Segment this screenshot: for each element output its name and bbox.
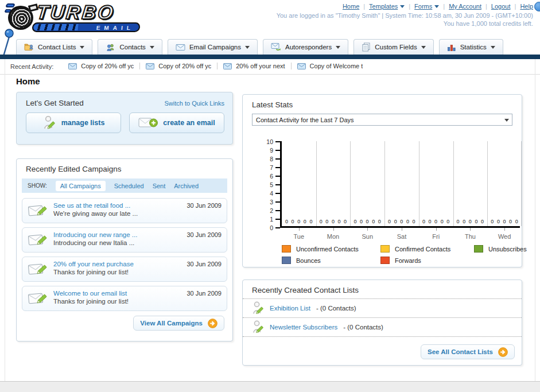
chart-gridline — [384, 141, 385, 226]
campaign-title-link[interactable]: Welcome to our email list — [53, 290, 129, 297]
page-title: Home — [16, 76, 40, 86]
filter-all-campaigns[interactable]: All Campaigns — [56, 181, 106, 191]
header-link-help[interactable]: Help — [520, 3, 533, 10]
campaign-date: 30 Jun 2009 — [187, 231, 222, 238]
see-all-contact-lists-button[interactable]: See All Contact Lists — [421, 344, 515, 359]
header-link-logout[interactable]: Logout — [491, 3, 511, 10]
contact-list-link[interactable]: Newsletter Subscribers — [270, 324, 337, 331]
y-axis-tick — [275, 227, 280, 228]
filter-archived[interactable]: Archived — [174, 183, 199, 189]
recent-activity-item[interactable]: Copy of Welcome tc — [292, 63, 368, 69]
chart-value-label: 0 — [461, 219, 467, 224]
manage-lists-label: manage lists — [61, 119, 105, 127]
chevron-down-icon — [245, 46, 250, 49]
contact-list-link[interactable]: Exhibition List — [270, 305, 310, 312]
create-email-label: create an email — [163, 119, 215, 127]
chart-gridline — [487, 141, 488, 226]
nav-tab-autoresponders[interactable]: Autoresponders — [263, 39, 348, 55]
campaign-title-link[interactable]: Introducing our new range ... — [53, 231, 137, 238]
y-axis-label: 5 — [258, 181, 273, 188]
chart-value-label: 0 — [352, 219, 358, 224]
envelope-icon — [68, 63, 77, 69]
y-axis-label: 8 — [258, 156, 273, 162]
envelope-plus-icon — [138, 117, 158, 129]
switch-quick-links-link[interactable]: Switch to Quick Links — [164, 100, 224, 107]
y-axis-tick — [275, 210, 280, 211]
email-campaigns-icon — [176, 43, 185, 51]
chart-value-label: 0 — [433, 219, 438, 224]
y-axis-label: 7 — [258, 164, 273, 171]
chart-value-label: 0 — [508, 219, 513, 224]
chart-value-label: 0 — [405, 219, 410, 224]
stats-period-select[interactable]: Contact Activity for the Last 7 Days — [252, 114, 512, 126]
contact-list-row[interactable]: Exhibition List- (0 Contacts) — [243, 299, 522, 318]
chart-value-label: 0 — [393, 219, 398, 224]
recent-activity-item[interactable]: Copy of 20% off yc — [140, 63, 217, 69]
nav-tab-contacts[interactable]: Contacts — [98, 39, 162, 55]
filter-scheduled[interactable]: Scheduled — [114, 183, 144, 189]
envelope-icon — [223, 63, 232, 69]
create-email-button[interactable]: create an email — [129, 112, 224, 133]
stats-period-value: Contact Activity for the Last 7 Days — [256, 117, 354, 123]
manage-lists-button[interactable]: manage lists — [26, 112, 121, 133]
header-nav: Home|Templates|Forms|My Account|Logout|H… — [343, 3, 533, 10]
campaign-card[interactable]: 20% off your next purchaseThanks for joi… — [22, 257, 227, 282]
chart-value-label: 0 — [377, 219, 382, 224]
see-all-contact-lists-label: See All Contact Lists — [428, 348, 493, 355]
x-axis-tick — [470, 228, 471, 231]
x-axis-label: Wed — [487, 233, 522, 240]
header-link-home[interactable]: Home — [343, 3, 359, 10]
chart-value-label: 0 — [502, 219, 507, 224]
nav-tab-contact-lists[interactable]: Contact Lists — [16, 39, 92, 55]
y-axis-tick — [275, 158, 280, 160]
nav-tab-email-campaigns[interactable]: Email Campaigns — [168, 39, 258, 55]
x-axis-tick — [299, 228, 300, 231]
x-axis-tick — [402, 228, 402, 231]
blue-dot-icon — [534, 2, 540, 11]
campaign-card[interactable]: Welcome to our email listThanks for join… — [22, 286, 227, 311]
nav-tab-custom-fields[interactable]: Custom Fields — [353, 39, 434, 55]
chevron-down-icon — [504, 119, 509, 122]
navy-divider-bar — [0, 55, 540, 59]
person-pencil-icon — [252, 301, 264, 316]
app-logo: TURBO EMAIL — [5, 2, 148, 34]
legend-item: Confirmed Contacts — [380, 245, 474, 253]
envelope-icon — [297, 63, 306, 69]
logo-title: TURBO — [36, 1, 116, 24]
campaign-card[interactable]: Introducing our new range ...Introducing… — [22, 227, 227, 253]
arrow-circle-icon — [498, 347, 508, 357]
header-link-my-account[interactable]: My Account — [449, 3, 481, 10]
footer-strip — [0, 381, 540, 392]
nav-tab-statistics[interactable]: Statistics — [439, 39, 503, 55]
contact-list-row[interactable]: Newsletter Subscribers- (0 Contacts) — [243, 318, 522, 337]
show-label: SHOW: — [28, 183, 47, 189]
filter-sent[interactable]: Sent — [153, 183, 166, 189]
recent-activity-item[interactable]: 20% off your next — [217, 63, 291, 69]
logo-subtitle-bar: EMAIL — [32, 22, 141, 32]
chevron-down-icon — [434, 5, 439, 8]
y-axis-label: 3 — [258, 199, 273, 205]
campaign-date: 30 Jun 2009 — [187, 290, 222, 297]
campaign-subtitle: Thanks for joining our list! — [53, 298, 129, 305]
chevron-down-icon — [421, 46, 426, 49]
chart-value-label: 0 — [399, 219, 404, 224]
campaign-card[interactable]: See us at the retail food ...We're givin… — [22, 198, 227, 223]
chevron-down-icon — [80, 46, 84, 49]
header-link-templates[interactable]: Templates — [369, 3, 405, 10]
campaigns-filter-bar: SHOW: All CampaignsScheduledSentArchived — [22, 178, 227, 193]
chart-legend: Unconfirmed ContactsConfirmed ContactsUn… — [282, 245, 514, 264]
envelope-icon — [146, 63, 154, 69]
chart-gridline — [521, 141, 522, 226]
envelope-pencil-icon — [28, 290, 48, 307]
contact-lists-title: Recently Created Contact Lists — [243, 280, 522, 298]
x-axis-tick — [436, 228, 437, 231]
header-link-forms[interactable]: Forms — [414, 3, 439, 10]
campaign-title-link[interactable]: 20% off your next purchase — [53, 261, 134, 267]
recent-activity-item[interactable]: Copy of 20% off yc — [63, 63, 140, 69]
view-all-campaigns-button[interactable]: View All Campaigns — [133, 316, 224, 331]
campaign-date: 30 Jun 2009 — [187, 261, 222, 267]
stats-title: Latest Stats — [243, 95, 522, 114]
campaign-title-link[interactable]: See us at the retail food ... — [53, 202, 138, 209]
chart-value-label: 0 — [411, 219, 417, 224]
x-axis-tick — [367, 228, 368, 231]
